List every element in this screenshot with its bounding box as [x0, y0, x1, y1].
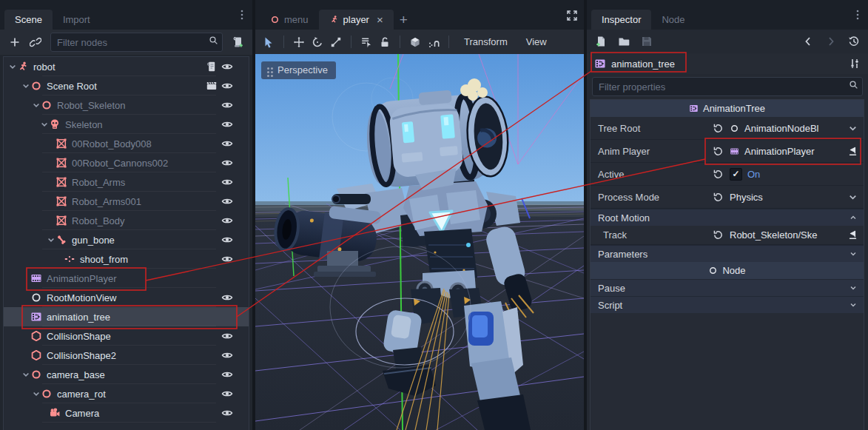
chevron-down-icon[interactable]	[849, 249, 858, 258]
tree-node-animation_tree[interactable]: animation_tree	[4, 307, 249, 326]
tree-node-collisionshape2[interactable]: CollisionShape2	[4, 346, 249, 365]
inspector-menu-icon[interactable]	[852, 9, 864, 21]
visibility-eye-icon[interactable]	[221, 80, 233, 92]
add-node-button[interactable]	[9, 36, 21, 48]
tree-node-shoot_from[interactable]: shoot_from	[4, 249, 249, 269]
viewport-3d[interactable]: Perspective	[255, 54, 584, 430]
script-icon[interactable]	[206, 61, 218, 73]
tree-node-rootmotionview[interactable]: RootMotionView	[4, 288, 249, 307]
revert-icon[interactable]	[713, 146, 724, 157]
property-value[interactable]: Physics	[730, 192, 843, 203]
instance-scene-button[interactable]	[30, 36, 41, 48]
visibility-eye-icon[interactable]	[221, 61, 233, 73]
section-root-motion[interactable]: Root Motion	[591, 209, 864, 226]
visibility-eye-icon[interactable]	[221, 118, 233, 130]
perspective-menu[interactable]: Perspective	[261, 61, 336, 79]
move-tool-icon[interactable]	[293, 36, 305, 48]
tab-inspector[interactable]: Inspector	[591, 10, 651, 30]
fold-arrow-icon[interactable]	[32, 101, 41, 110]
fold-arrow-icon[interactable]	[21, 81, 30, 90]
property-active[interactable]: Active✓On	[591, 163, 864, 186]
property-value[interactable]: AnimationNodeBl	[730, 123, 843, 134]
history-back-icon[interactable]	[802, 36, 814, 47]
section-parameters[interactable]: Parameters	[591, 245, 864, 262]
tree-node-robot[interactable]: robot	[4, 57, 249, 76]
close-tab-icon[interactable]: ×	[377, 10, 383, 30]
tab-player[interactable]: player×	[319, 10, 394, 30]
fold-arrow-icon[interactable]	[40, 120, 49, 129]
property-value[interactable]: AnimationPlayer	[730, 146, 843, 157]
tab-node[interactable]: Node	[651, 10, 695, 30]
fold-arrow-icon[interactable]	[32, 389, 41, 398]
property-track[interactable]: TrackRobot_Skeleton/Ske	[591, 226, 864, 245]
visibility-eye-icon[interactable]	[221, 292, 233, 303]
history-icon[interactable]	[848, 36, 860, 47]
visibility-eye-icon[interactable]	[221, 157, 233, 169]
visibility-eye-icon[interactable]	[221, 99, 233, 111]
assign-edit-icon[interactable]	[847, 229, 858, 241]
tree-node-robot_body[interactable]: Robot_Body	[4, 211, 249, 230]
distraction-free-icon[interactable]	[566, 10, 578, 21]
property-process-mode[interactable]: Process ModePhysics	[591, 186, 864, 209]
chevron-up-icon[interactable]	[849, 213, 858, 222]
assign-edit-icon[interactable]	[847, 146, 858, 157]
visibility-eye-icon[interactable]	[221, 215, 233, 226]
tree-node-skeleton[interactable]: Skeleton	[4, 115, 249, 134]
visibility-eye-icon[interactable]	[221, 407, 233, 419]
property-value[interactable]: Robot_Skeleton/Ske	[730, 229, 843, 241]
tree-node-animationplayer[interactable]: AnimationPlayer	[4, 269, 249, 288]
visibility-eye-icon[interactable]	[221, 234, 233, 246]
fold-arrow-icon[interactable]	[8, 62, 17, 71]
property-anim-player[interactable]: Anim PlayerAnimationPlayer	[591, 140, 864, 163]
visibility-eye-icon[interactable]	[221, 195, 233, 207]
tab-menu[interactable]: menu	[260, 10, 319, 30]
tree-node-robot_skeleton[interactable]: Robot_Skeleton	[4, 95, 249, 115]
filter-nodes-input[interactable]	[50, 33, 223, 52]
fold-arrow-icon[interactable]	[21, 370, 30, 379]
chevron-down-icon[interactable]	[849, 283, 858, 292]
local-space-icon[interactable]	[409, 36, 421, 48]
visibility-eye-icon[interactable]	[221, 349, 233, 361]
visibility-eye-icon[interactable]	[221, 369, 233, 380]
new-resource-icon[interactable]	[595, 36, 607, 47]
property-value[interactable]: ✓On	[730, 168, 843, 181]
transform-menu[interactable]: Transform	[458, 36, 514, 47]
load-resource-icon[interactable]	[618, 36, 630, 47]
tree-node-collisionshape[interactable]: CollisionShape	[4, 326, 249, 346]
scene-dock-menu-icon[interactable]	[236, 9, 248, 21]
revert-icon[interactable]	[713, 229, 724, 241]
object-tools-icon[interactable]	[849, 58, 861, 70]
dropdown-chevron-icon[interactable]	[847, 123, 858, 134]
attach-script-button[interactable]	[232, 36, 243, 48]
revert-icon[interactable]	[713, 123, 724, 134]
new-scene-tab-button[interactable]: +	[394, 10, 414, 30]
visibility-eye-icon[interactable]	[221, 388, 233, 400]
scale-tool-icon[interactable]	[330, 36, 342, 48]
section-pause[interactable]: Pause	[591, 279, 864, 296]
tree-node-camera_rot[interactable]: camera_rot	[4, 384, 249, 403]
rotate-tool-icon[interactable]	[312, 36, 323, 48]
visibility-eye-icon[interactable]	[221, 176, 233, 188]
property-tree-root[interactable]: Tree RootAnimationNodeBl	[591, 117, 864, 140]
list-select-icon[interactable]	[360, 36, 372, 48]
snap-icon[interactable]	[428, 36, 440, 48]
filter-properties-input[interactable]	[592, 77, 863, 96]
tree-node-00robot_body008[interactable]: 00Robot_Body008	[4, 134, 249, 153]
visibility-eye-icon[interactable]	[221, 253, 233, 265]
tree-node-00robot_cannons002[interactable]: 00Robot_Cannons002	[4, 153, 249, 172]
chevron-down-icon[interactable]	[849, 300, 858, 309]
view-menu[interactable]: View	[520, 36, 553, 47]
tab-import[interactable]: Import	[53, 10, 101, 30]
clapper-icon[interactable]	[206, 80, 218, 92]
tree-node-camera[interactable]: Camera	[4, 403, 249, 423]
revert-icon[interactable]	[713, 169, 724, 180]
tab-scene[interactable]: Scene	[4, 10, 53, 30]
section-script[interactable]: Script	[591, 296, 864, 313]
tree-node-robot_arms001[interactable]: Robot_Arms001	[4, 192, 249, 211]
tree-node-gun_bone[interactable]: gun_bone	[4, 230, 249, 249]
tree-node-camera_base[interactable]: camera_base	[4, 365, 249, 384]
tree-node-robot_arms[interactable]: Robot_Arms	[4, 172, 249, 192]
category-animationtree[interactable]: AnimationTree	[591, 100, 864, 117]
save-resource-icon[interactable]	[641, 36, 653, 47]
select-tool-icon[interactable]	[263, 36, 275, 48]
